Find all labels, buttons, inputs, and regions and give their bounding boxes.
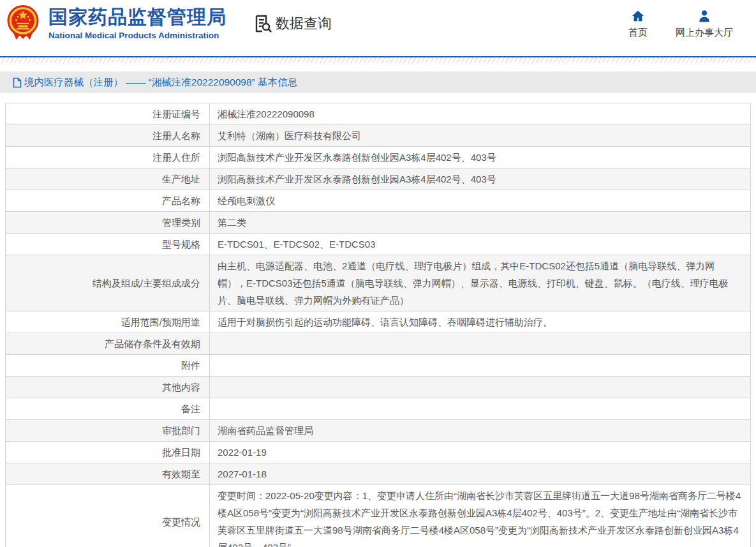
field-label: 产品储存条件及有效期 xyxy=(6,333,210,355)
field-value: 浏阳高新技术产业开发区永泰路创新创业园A3栋4层402号、403号 xyxy=(210,169,751,190)
registration-info-table: 注册证编号 湘械注准20222090098 注册人名称 艾利特（湖南）医疗科技有… xyxy=(5,103,751,547)
field-label: 审批部门 xyxy=(6,420,210,442)
row-attachment: 附件 xyxy=(6,355,751,377)
brand-block: 国家药品监督管理局 National Medical Products Admi… xyxy=(48,6,226,40)
site-subtitle: National Medical Products Administration xyxy=(48,31,226,40)
field-value: E-TDCS01、E-TDCS02、E-TDCS03 xyxy=(210,234,751,255)
row-approval-department: 审批部门 湖南省药品监督管理局 xyxy=(6,420,751,442)
field-label: 注册人名称 xyxy=(6,125,210,147)
home-icon xyxy=(631,9,645,23)
field-label: 生产地址 xyxy=(6,169,210,190)
row-composition: 结构及组成/主要组成成分 由主机、电源适配器、电池、2通道（电疗线、理疗电极片）… xyxy=(6,255,751,311)
field-value: 适用于对脑损伤引起的运动功能障碍、语言认知障碍、吞咽障碍进行辅助治疗。 xyxy=(210,311,751,333)
field-value xyxy=(210,398,751,420)
row-cert-number: 注册证编号 湘械注准20222090098 xyxy=(6,103,751,125)
data-query-heading: 数据查询 xyxy=(253,14,332,33)
document-icon xyxy=(13,77,22,88)
nav-service-hall[interactable]: 网上办事大厅 xyxy=(676,9,733,39)
nav-home[interactable]: 首页 xyxy=(628,9,648,39)
breadcrumb: 境内医疗器械（注册） —— “湘械注准20222090098” 基本信息 xyxy=(0,71,756,93)
field-label: 备注 xyxy=(6,398,210,420)
nav-home-label: 首页 xyxy=(628,27,648,39)
row-change-info: 变更情况 变更时间：2022-05-20变更内容：1、变更申请人住所由“湖南省长… xyxy=(6,485,751,547)
field-value: 浏阳高新技术产业开发区永泰路创新创业园A3栋4层402号、403号 xyxy=(210,147,751,169)
field-label: 批准日期 xyxy=(6,442,210,463)
field-label: 注册人住所 xyxy=(6,147,210,169)
field-value: 第二类 xyxy=(210,212,751,234)
field-label: 适用范围/预期用途 xyxy=(6,311,210,333)
field-value: 湖南省药品监督管理局 xyxy=(210,420,751,442)
field-label: 其他内容 xyxy=(6,377,210,398)
row-approval-date: 批准日期 2022-01-19 xyxy=(6,442,751,463)
row-model-spec: 型号规格 E-TDCS01、E-TDCS02、E-TDCS03 xyxy=(6,234,751,255)
row-other-content: 其他内容 xyxy=(6,377,751,398)
breadcrumb-text: 境内医疗器械（注册） —— “湘械注准20222090098” 基本信息 xyxy=(24,76,297,89)
row-production-address: 生产地址 浏阳高新技术产业开发区永泰路创新创业园A3栋4层402号、403号 xyxy=(6,169,751,190)
field-label: 变更情况 xyxy=(6,485,210,547)
row-management-class: 管理类别 第二类 xyxy=(6,212,751,234)
field-value: 由主机、电源适配器、电池、2通道（电疗线、理疗电极片）组成，其中E-TDCS02… xyxy=(210,255,751,311)
hatch-band xyxy=(0,57,756,63)
row-storage-conditions: 产品储存条件及有效期 xyxy=(6,333,751,355)
row-intended-use: 适用范围/预期用途 适用于对脑损伤引起的运动功能障碍、语言认知障碍、吞咽障碍进行… xyxy=(6,311,751,333)
site-title: 国家药品监督管理局 xyxy=(48,6,226,28)
row-registrant-address: 注册人住所 浏阳高新技术产业开发区永泰路创新创业园A3栋4层402号、403号 xyxy=(6,147,751,169)
field-value xyxy=(210,355,751,377)
row-registrant-name: 注册人名称 艾利特（湖南）医疗科技有限公司 xyxy=(6,125,751,147)
field-label: 结构及组成/主要组成成分 xyxy=(6,255,210,311)
user-icon xyxy=(697,9,711,23)
top-nav: 首页 网上办事大厅 xyxy=(628,9,733,39)
field-label: 附件 xyxy=(6,355,210,377)
row-valid-until: 有效期至 2027-01-18 xyxy=(6,463,751,485)
nav-service-hall-label: 网上办事大厅 xyxy=(676,27,733,39)
field-value: 2027-01-18 xyxy=(210,463,751,485)
field-label: 注册证编号 xyxy=(6,103,210,125)
data-query-icon xyxy=(253,14,272,33)
field-value: 经颅电刺激仪 xyxy=(210,190,751,212)
national-emblem-icon xyxy=(5,4,41,41)
field-label: 型号规格 xyxy=(6,234,210,255)
row-remarks: 备注 xyxy=(6,398,751,420)
field-value: 湘械注准20222090098 xyxy=(210,103,751,125)
field-label: 管理类别 xyxy=(6,212,210,234)
field-value xyxy=(210,377,751,398)
row-product-name: 产品名称 经颅电刺激仪 xyxy=(6,190,751,212)
field-value: 变更时间：2022-05-20变更内容：1、变更申请人住所由“湖南省长沙市芙蓉区… xyxy=(210,485,751,547)
field-label: 有效期至 xyxy=(6,463,210,485)
field-label: 产品名称 xyxy=(6,190,210,212)
field-value: 艾利特（湖南）医疗科技有限公司 xyxy=(210,125,751,147)
field-value xyxy=(210,333,751,355)
page-header: 国家药品监督管理局 National Medical Products Admi… xyxy=(0,0,756,56)
data-query-label: 数据查询 xyxy=(276,14,332,33)
field-value: 2022-01-19 xyxy=(210,442,751,463)
